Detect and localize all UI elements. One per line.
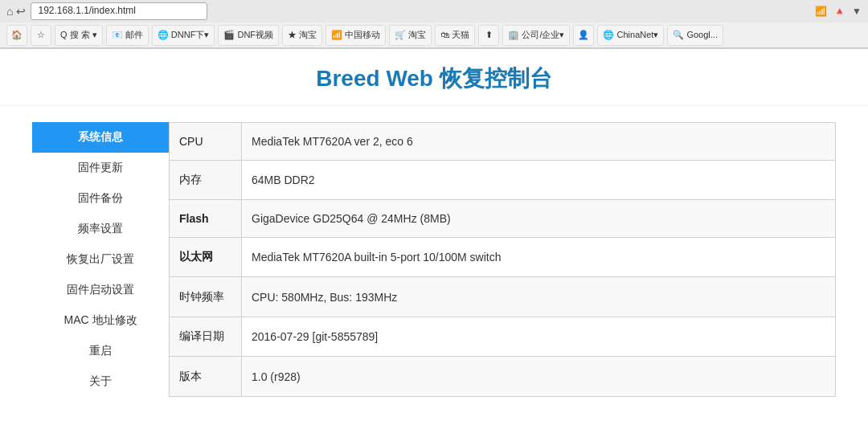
wifi-icon: 📶 xyxy=(815,6,827,17)
sidebar-item-about[interactable]: 关于 xyxy=(32,366,169,397)
table-label: 编译日期 xyxy=(170,317,242,357)
favorites-toolbar-btn[interactable]: ☆ xyxy=(31,25,51,46)
google-toolbar-btn[interactable]: 🔍 Googl... xyxy=(667,25,723,46)
table-label: CPU xyxy=(170,123,242,161)
mobile-toolbar-btn[interactable]: 📶 中国移动 xyxy=(326,25,386,46)
table-label: 版本 xyxy=(170,357,242,397)
sidebar-item-boot-settings[interactable]: 固件启动设置 xyxy=(32,275,169,305)
table-row: FlashGigaDevice GD25Q64 @ 24MHz (8MB) xyxy=(170,200,836,238)
home-toolbar-btn[interactable]: 🏠 xyxy=(6,25,27,46)
table-value: 2016-07-29 [git-5855789] xyxy=(242,317,836,357)
china-toolbar-btn[interactable]: 🌐 ChinaNet▾ xyxy=(597,25,664,46)
sidebar-item-reboot[interactable]: 重启 xyxy=(32,336,169,366)
title-bar: ⌂ ↩ 192.168.1.1/index.html 📶 🔺 ▼ xyxy=(0,0,868,22)
page-title-area: Breed Web 恢复控制台 xyxy=(0,49,868,106)
table-row: CPUMediaTek MT7620A ver 2, eco 6 xyxy=(170,123,836,161)
sidebar-item-mac-modify[interactable]: MAC 地址修改 xyxy=(32,305,169,336)
table-row: 编译日期2016-07-29 [git-5855789] xyxy=(170,317,836,357)
table-row: 以太网MediaTek MT7620A built-in 5-port 10/1… xyxy=(170,237,836,277)
table-label: 内存 xyxy=(170,160,242,200)
table-row: 内存64MB DDR2 xyxy=(170,160,836,200)
nav-controls[interactable]: ⌂ ↩ xyxy=(6,5,26,18)
user-toolbar-btn[interactable]: 👤 xyxy=(573,25,594,46)
page-title: Breed Web 恢复控制台 xyxy=(0,63,868,94)
dropdown-icon: ▼ xyxy=(852,6,862,17)
home-icon[interactable]: ⌂ xyxy=(6,5,13,18)
sidebar: 系统信息 固件更新 固件备份 频率设置 恢复出厂设置 固件启动设置 MAC 地址… xyxy=(32,122,169,397)
toolbar: 🏠 ☆ Q 搜 索 ▾ 📧 邮件 🌐 DNNF下▾ 🎬 DNF视频 ★ 淘宝 📶… xyxy=(0,22,868,48)
table-value: MediaTek MT7620A built-in 5-port 10/100M… xyxy=(242,237,836,277)
browser-chrome: ⌂ ↩ 192.168.1.1/index.html 📶 🔺 ▼ 🏠 ☆ Q 搜… xyxy=(0,0,868,49)
table-value: MediaTek MT7620A ver 2, eco 6 xyxy=(242,123,836,161)
tmall-toolbar-btn[interactable]: 🛍 天猫 xyxy=(435,25,475,46)
dnnf-toolbar-btn[interactable]: 🌐 DNNF下▾ xyxy=(152,25,215,46)
table-value: CPU: 580MHz, Bus: 193MHz xyxy=(242,277,836,317)
info-table: CPUMediaTek MT7620A ver 2, eco 6内存64MB D… xyxy=(169,122,836,397)
upload-toolbar-btn[interactable]: ⬆ xyxy=(478,25,499,46)
sidebar-item-frequency[interactable]: 频率设置 xyxy=(32,214,169,244)
page-content: Breed Web 恢复控制台 系统信息 固件更新 固件备份 频率设置 恢复出厂… xyxy=(0,49,868,413)
table-label: 以太网 xyxy=(170,237,242,277)
table-row: 版本1.0 (r928) xyxy=(170,357,836,397)
sidebar-item-factory-reset[interactable]: 恢复出厂设置 xyxy=(32,244,169,275)
network-icon: 🔺 xyxy=(833,6,845,17)
table-label: Flash xyxy=(170,200,242,238)
back-icon[interactable]: ↩ xyxy=(16,5,26,18)
table-value: GigaDevice GD25Q64 @ 24MHz (8MB) xyxy=(242,200,836,238)
sidebar-item-firmware-backup[interactable]: 固件备份 xyxy=(32,183,169,214)
video-toolbar-btn[interactable]: 🎬 DNF视频 xyxy=(218,25,279,46)
mail-toolbar-btn[interactable]: 📧 邮件 xyxy=(106,25,149,46)
main-layout: 系统信息 固件更新 固件备份 频率设置 恢复出厂设置 固件启动设置 MAC 地址… xyxy=(0,106,868,413)
table-label: 时钟频率 xyxy=(170,277,242,317)
address-bar[interactable]: 192.168.1.1/index.html xyxy=(31,2,207,20)
company-toolbar-btn[interactable]: 🏢 公司/企业▾ xyxy=(502,25,570,46)
star-toolbar-btn[interactable]: ★ 淘宝 xyxy=(282,25,322,46)
table-value: 64MB DDR2 xyxy=(242,160,836,200)
table-row: 时钟频率CPU: 580MHz, Bus: 193MHz xyxy=(170,277,836,317)
sidebar-item-firmware-update[interactable]: 固件更新 xyxy=(32,153,169,183)
table-value: 1.0 (r928) xyxy=(242,357,836,397)
taobao-toolbar-btn[interactable]: 🛒 淘宝 xyxy=(389,25,432,46)
search-toolbar-btn[interactable]: Q 搜 索 ▾ xyxy=(55,25,103,46)
sidebar-item-sysinfo[interactable]: 系统信息 xyxy=(32,122,169,153)
